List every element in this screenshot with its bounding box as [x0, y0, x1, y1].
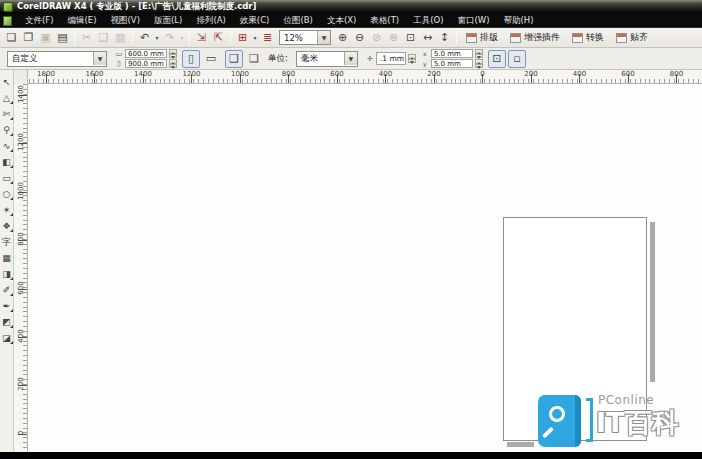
polygon-tool[interactable]: ✶	[0, 202, 14, 218]
convert-dock-button[interactable]: 转换	[566, 29, 610, 47]
undo-dropdown-icon[interactable]: ▾	[153, 34, 161, 41]
plugins-dock-button-icon	[510, 33, 521, 43]
h-ruler-label: 400	[379, 70, 392, 78]
snap-dock-button[interactable]: 贴齐	[610, 29, 654, 47]
print-button[interactable]: ▤	[54, 29, 71, 46]
application-launcher-dropdown-icon[interactable]: ▾	[251, 34, 259, 41]
duplicate-x-spinner[interactable]	[475, 49, 483, 58]
fill-tool[interactable]: ◩	[0, 314, 14, 330]
document-icon	[3, 16, 12, 26]
toolbar-separator	[74, 31, 75, 45]
toolbar-separator	[456, 31, 457, 45]
zoom-page-height-button[interactable]: ↕	[436, 29, 453, 46]
all-pages-button[interactable]: ❑	[225, 50, 243, 68]
freehand-tool[interactable]: ∿	[0, 138, 14, 154]
workspace: ↖△✄⚲∿◧▭○✶❖字▦◨✐✒◩◪ 1800160014001200100080…	[0, 70, 702, 452]
treat-as-filled-button[interactable]: ▫	[508, 50, 526, 68]
ellipse-tool[interactable]: ○	[0, 186, 14, 202]
bracket-shape	[586, 398, 593, 442]
plugins-dock-button[interactable]: 增强插件	[504, 29, 566, 47]
menu-item-1[interactable]: 编辑(E)	[61, 14, 104, 27]
shape-tool[interactable]: △	[0, 90, 14, 106]
current-page-button[interactable]: ❏	[245, 50, 263, 68]
menu-item-6[interactable]: 位图(B)	[276, 14, 319, 27]
h-ruler-label: 600	[621, 70, 634, 78]
new-document-button[interactable]: ❏	[3, 29, 20, 46]
chevron-down-icon[interactable]: ▼	[317, 31, 330, 44]
import-button[interactable]: ⇲	[193, 29, 210, 46]
snap-dock-button-label: 贴齐	[630, 31, 648, 44]
h-ruler-label: 1600	[86, 70, 104, 78]
nudge-offset-spinner[interactable]	[408, 54, 416, 63]
zoom-out-button[interactable]: ⊖	[351, 29, 368, 46]
landscape-orientation-button[interactable]: ▭	[202, 50, 220, 68]
eyedropper-tool[interactable]: ✐	[0, 282, 14, 298]
v-ruler-label: 200	[17, 369, 25, 399]
page-shadow-bottom	[507, 442, 534, 447]
paper-preset-combo[interactable]: 自定义 ▼	[7, 51, 107, 67]
pick-tool[interactable]: ↖	[0, 74, 14, 90]
typesetting-dock-button[interactable]: 排版	[460, 29, 504, 47]
units-combo[interactable]: 毫米 ▼	[296, 51, 358, 67]
table-tool[interactable]: ▦	[0, 250, 14, 266]
rectangle-tool[interactable]: ▭	[0, 170, 14, 186]
menu-item-5[interactable]: 效果(C)	[233, 14, 277, 27]
typesetting-dock-button-label: 排版	[480, 31, 498, 44]
zoom-tool[interactable]: ⚲	[0, 122, 14, 138]
outline-tool[interactable]: ✒	[0, 298, 14, 314]
crop-tool[interactable]: ✄	[0, 106, 14, 122]
horizontal-ruler[interactable]: 1800160014001200100080060040020002004006…	[14, 70, 702, 84]
duplicate-y-field[interactable]: 5.0 mm	[431, 59, 473, 68]
menu-item-10[interactable]: 窗口(W)	[451, 14, 497, 27]
zoom-page-button[interactable]: ⊡	[402, 29, 419, 46]
menu-item-7[interactable]: 文本(X)	[320, 14, 363, 27]
portrait-orientation-button[interactable]: ▯	[182, 50, 200, 68]
menu-item-0[interactable]: 文件(F)	[18, 14, 61, 27]
interactive-fill-tool[interactable]: ◪	[0, 330, 14, 346]
nudge-offset-field[interactable]: .1 mm	[376, 52, 406, 65]
units-label: 单位:	[268, 53, 288, 65]
title-bar: CorelDRAW X4 ( 专业版 ) - [E:\广告\儿童福利院制度.cd…	[0, 0, 702, 14]
smart-fill-tool[interactable]: ◧	[0, 154, 14, 170]
welcome-screen-button[interactable]: ≣	[259, 29, 276, 46]
open-button[interactable]: ❐	[20, 29, 37, 46]
menu-item-11[interactable]: 帮助(H)	[497, 14, 541, 27]
text-tool[interactable]: 字	[0, 234, 14, 250]
zoom-level-combo[interactable]: 12%▼	[279, 30, 331, 45]
paper-width-field[interactable]: 600.0 mm	[125, 49, 167, 58]
bottom-black-bar	[0, 452, 702, 459]
pconline-watermark: PConline IT百科	[536, 390, 702, 450]
menu-item-4[interactable]: 排列(A)	[189, 14, 232, 27]
chevron-down-icon[interactable]: ▼	[344, 52, 357, 65]
toolbar-separator	[132, 31, 133, 45]
paper-height-field[interactable]: 900.0 mm	[125, 59, 167, 68]
paper-height-spinner[interactable]	[169, 59, 177, 68]
nudge-offset-icon: ✛	[366, 55, 374, 63]
undo-button[interactable]: ↶	[136, 29, 153, 46]
snap-dock-button-icon	[616, 33, 627, 43]
paper-width-spinner[interactable]	[169, 49, 177, 58]
duplicate-x-field[interactable]: 5.0 mm	[431, 49, 473, 58]
application-launcher-button[interactable]: ⊞	[234, 29, 251, 46]
snap-options-button[interactable]: ⊡	[488, 50, 506, 68]
standard-toolbar: ❏❐▣▤✂❑▥↶▾↷▾⇲⇱⊞▾≣12%▼⊕⊖⊘⊗⊡↔↕排版增强插件转换贴齐	[0, 28, 702, 48]
duplicate-y-spinner[interactable]	[475, 59, 483, 68]
menu-item-3[interactable]: 版面(L)	[147, 14, 189, 27]
watermark-title: IT百科	[596, 405, 678, 441]
export-button[interactable]: ⇱	[210, 29, 227, 46]
h-ruler-label: 600	[330, 70, 343, 78]
menu-item-2[interactable]: 视图(V)	[104, 14, 147, 27]
zoom-page-width-button[interactable]: ↔	[419, 29, 436, 46]
duplicate-x-icon: x	[421, 50, 429, 57]
drawing-canvas[interactable]: PConline IT百科	[28, 84, 702, 452]
blend-tool[interactable]: ◨	[0, 266, 14, 282]
v-ruler-label: 0	[17, 418, 25, 448]
basic-shapes-tool[interactable]: ❖	[0, 218, 14, 234]
chevron-down-icon[interactable]: ▼	[93, 52, 106, 65]
menu-item-9[interactable]: 工具(O)	[406, 14, 450, 27]
menu-item-8[interactable]: 表格(T)	[363, 14, 406, 27]
h-ruler-label: 400	[573, 70, 586, 78]
page-shadow-right	[650, 222, 655, 382]
zoom-in-button[interactable]: ⊕	[334, 29, 351, 46]
vertical-ruler[interactable]: 1400120010008006004002000	[14, 84, 28, 452]
